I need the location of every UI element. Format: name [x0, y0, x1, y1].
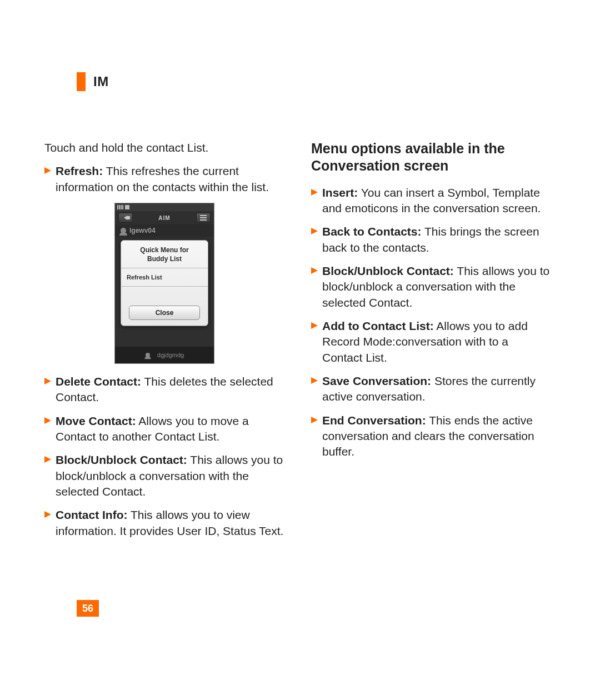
list-item-body: Contact Info: This allows you to view in…: [56, 507, 284, 539]
list-item-body: Refresh: This refreshes the current info…: [56, 163, 284, 195]
list-item: Add to Contact List: Allows you to add R…: [311, 318, 551, 366]
titlebar-title: AIM: [158, 215, 170, 221]
page-title: IM: [93, 74, 109, 89]
title-bar: AIM: [115, 211, 214, 224]
triangle-icon: [311, 224, 318, 239]
list-item-body: Add to Contact List: Allows you to add R…: [322, 318, 551, 366]
list-item-body: Save Conversation: Stores the currently …: [322, 373, 551, 405]
triangle-icon: [44, 452, 51, 468]
signal-icon: [117, 205, 124, 209]
triangle-icon: [311, 185, 318, 201]
triangle-icon: [311, 318, 318, 334]
header-accent-bar: [77, 72, 86, 91]
svg-marker-0: [44, 167, 51, 174]
svg-marker-10: [311, 417, 318, 423]
svg-marker-6: [311, 228, 318, 234]
left-column: Touch and hold the contact List. Refresh…: [44, 140, 284, 547]
list-item-label: Move Contact:: [56, 414, 136, 427]
list-item-label: Block/Unblock Contact:: [56, 453, 187, 466]
manual-page: IM Touch and hold the contact List. Refr…: [0, 0, 600, 700]
battery-icon: [125, 205, 129, 209]
list-item-label: End Conversation:: [322, 414, 426, 427]
list-item: Save Conversation: Stores the currently …: [311, 373, 551, 405]
triangle-icon: [44, 413, 51, 429]
svg-marker-2: [44, 417, 51, 424]
list-item-label: Add to Contact List:: [322, 319, 434, 332]
list-item-body: Block/Unblock Contact: This allows you t…: [56, 452, 284, 499]
triangle-icon: [44, 507, 51, 523]
list-item: Refresh: This refreshes the current info…: [44, 163, 284, 195]
svg-marker-8: [311, 322, 318, 329]
list-item: Block/Unblock Contact: This allows you t…: [44, 452, 284, 499]
back-arrow-icon: [124, 216, 127, 220]
list-item-label: Save Conversation:: [322, 374, 431, 387]
account-name: lgewv04: [129, 227, 156, 234]
right-column: Menu options available in the Conversati…: [311, 140, 551, 547]
popup-item-refresh[interactable]: Refresh List: [121, 268, 208, 286]
phone-screen: AIM lgewv04 Quick Menu for Buddy List: [114, 203, 214, 364]
list-item: Contact Info: This allows you to view in…: [44, 507, 284, 539]
list-item: Back to Contacts: This brings the screen…: [311, 224, 551, 256]
list-item-label: Insert:: [322, 186, 358, 199]
svg-marker-4: [44, 511, 51, 518]
list-item: Delete Contact: This deletes the selecte…: [44, 374, 284, 406]
svg-marker-9: [311, 377, 318, 384]
quick-menu-popup: Quick Menu for Buddy List Refresh List C…: [121, 240, 208, 326]
list-item: End Conversation: This ends the active c…: [311, 413, 551, 460]
popup-title: Quick Menu for Buddy List: [121, 241, 208, 268]
menu-button[interactable]: [196, 213, 211, 223]
list-item-body: Back to Contacts: This brings the screen…: [322, 224, 551, 256]
triangle-icon: [311, 373, 318, 389]
buddy-row: dgjdgmdg: [115, 347, 214, 363]
section-heading: Menu options available in the Conversati…: [311, 140, 551, 175]
back-button[interactable]: [118, 213, 133, 223]
menu-icon: [200, 215, 207, 221]
list-item-label: Back to Contacts:: [322, 225, 422, 238]
person-icon: [146, 353, 150, 357]
buddy-name: dgjdgmdg: [157, 352, 184, 358]
svg-marker-5: [311, 189, 318, 196]
content-columns: Touch and hold the contact List. Refresh…: [44, 140, 556, 547]
page-number: 56: [77, 600, 99, 617]
status-bar: [115, 203, 214, 211]
account-bar: lgewv04: [115, 224, 214, 237]
list-item-body: Move Contact: Allows you to move a Conta…: [56, 413, 284, 445]
svg-marker-3: [44, 456, 51, 463]
list-item-body: Block/Unblock Contact: This allows you t…: [322, 263, 551, 311]
triangle-icon: [44, 374, 51, 389]
list-item-label: Contact Info:: [56, 508, 127, 521]
list-item-body: Delete Contact: This deletes the selecte…: [56, 374, 284, 406]
list-item: Block/Unblock Contact: This allows you t…: [311, 263, 551, 311]
svg-marker-7: [311, 267, 318, 274]
list-item-body: End Conversation: This ends the active c…: [322, 413, 551, 460]
svg-marker-1: [44, 378, 51, 384]
close-button[interactable]: Close: [129, 306, 200, 320]
list-item: Move Contact: Allows you to move a Conta…: [44, 413, 284, 445]
popup-spacer: [121, 287, 208, 302]
list-item: Insert: You can insert a Symbol, Templat…: [311, 185, 551, 217]
intro-text: Touch and hold the contact List.: [44, 140, 284, 156]
list-item-body: Insert: You can insert a Symbol, Templat…: [322, 185, 551, 217]
list-item-label: Refresh:: [56, 164, 103, 177]
list-item-label: Block/Unblock Contact:: [322, 264, 454, 277]
triangle-icon: [44, 163, 51, 179]
triangle-icon: [311, 263, 318, 279]
person-icon: [121, 228, 126, 233]
popup-title-line2: Buddy List: [147, 255, 182, 263]
phone-screenshot-figure: AIM lgewv04 Quick Menu for Buddy List: [114, 203, 214, 364]
popup-title-line1: Quick Menu for: [140, 246, 188, 254]
list-item-label: Delete Contact:: [56, 375, 141, 388]
triangle-icon: [311, 413, 318, 428]
page-header: IM: [77, 72, 556, 91]
